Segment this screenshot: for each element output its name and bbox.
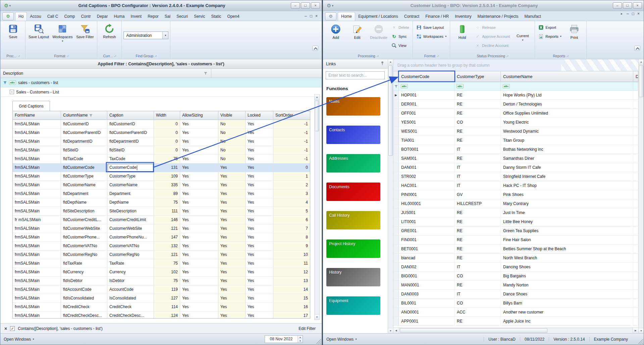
- grid-vertical-scrollbar[interactable]: ▲ ▼: [638, 59, 644, 333]
- tab-scroll-right-icon[interactable]: ▸: [620, 12, 624, 18]
- column-header-customertype[interactable]: CustomerType: [454, 71, 501, 82]
- function-tile-project-history[interactable]: Project History: [326, 239, 380, 258]
- table-row[interactable]: frmSALSMainfldTaxCodeTaxCode75YesNoYes-1: [13, 155, 310, 163]
- minimize-button[interactable]: –: [291, 2, 300, 9]
- close-button[interactable]: ×: [311, 2, 320, 9]
- table-row[interactable]: frmSALSMainfldIsDebtorIsDebtor75YesYesYe…: [13, 277, 310, 285]
- customer-row[interactable]: BET0001REBetties Summer Shop at the Beac…: [393, 245, 638, 254]
- edit-filter-button[interactable]: Edit Filter: [299, 326, 316, 331]
- filter-enabled-checkbox[interactable]: ✓: [10, 326, 15, 331]
- ribbon-tab-invent[interactable]: Invent: [127, 12, 145, 21]
- application-menu-button[interactable]: ⚙: [2, 12, 14, 20]
- customer-row[interactable]: STR002ITStringfield Internet Cafe: [393, 172, 638, 181]
- open-windows-button[interactable]: Open Windows ▾: [326, 337, 357, 342]
- column-header-locked[interactable]: Locked: [246, 111, 273, 120]
- table-row[interactable]: frmSALSMainfldCustomerWebSiteCustomerWeb…: [13, 224, 310, 233]
- save-layout-button[interactable]: Save Layout: [27, 22, 50, 53]
- customer-row[interactable]: APP0001REApple Juice Inc: [393, 317, 638, 326]
- mdi-close-icon[interactable]: ×: [637, 12, 640, 18]
- customer-row[interactable]: BIL0001COBillys Barn: [393, 299, 638, 308]
- ribbon-tab-servic[interactable]: Servic: [191, 12, 208, 21]
- table-row[interactable]: frmSALSMainfldCreditCheckCreditCheck114Y…: [13, 303, 310, 312]
- dialog-launcher-icon[interactable]: ◿: [155, 55, 156, 57]
- dialog-launcher-icon[interactable]: ◿: [114, 55, 116, 57]
- ribbon-tab-manufact[interactable]: Manufact: [522, 12, 544, 21]
- collapse-node-icon[interactable]: −: [10, 90, 14, 94]
- clear-filter-icon[interactable]: ×: [4, 326, 7, 331]
- table-row[interactable]: frmSALSMainfldSiteDescriptionSiteDescrip…: [13, 207, 310, 216]
- column-header-caption[interactable]: Caption: [107, 111, 154, 120]
- scroll-right-icon[interactable]: ▶: [633, 328, 638, 333]
- ribbon-tab-contract[interactable]: Contract: [401, 12, 422, 21]
- customer-row[interactable]: WES001REWestwood Dynamic: [393, 127, 638, 136]
- hold-button[interactable]: Hold: [452, 22, 473, 53]
- combobox-dropdown-icon[interactable]: ▾: [162, 32, 168, 39]
- customer-row[interactable]: FIN0001REFine Hair Salon: [393, 235, 638, 245]
- column-header-visible[interactable]: Visible: [218, 111, 246, 120]
- mdi-minimize-icon[interactable]: –: [627, 12, 629, 18]
- customer-row[interactable]: ▶HOP001REHope Works (Pty) Ltd: [393, 91, 638, 100]
- mdi-restore-icon[interactable]: □: [632, 12, 634, 18]
- filter-cell-customertype[interactable]: aBc: [454, 82, 501, 91]
- dialog-launcher-icon[interactable]: ◿: [377, 55, 378, 57]
- close-button[interactable]: ×: [633, 2, 642, 9]
- customer-row[interactable]: TIA001RETitan Group: [393, 136, 638, 145]
- column-header-allowsizing[interactable]: AllowSizing: [180, 111, 218, 120]
- date-spinner[interactable]: ▲▼: [298, 336, 303, 343]
- ribbon-tab-depar[interactable]: Depar: [94, 12, 111, 21]
- function-tile-history[interactable]: History: [326, 268, 380, 286]
- scroll-up-icon[interactable]: ▲: [315, 94, 319, 100]
- filter-cell-d[interactable]: [633, 82, 638, 91]
- table-row[interactable]: frmSALSMainfldCurrencyCurrency102YesYesY…: [13, 268, 310, 277]
- mdi-restore-icon[interactable]: □: [310, 14, 312, 18]
- ribbon-tab-home[interactable]: Home: [338, 12, 355, 21]
- group-by-panel[interactable]: Drag a column header here to group by th…: [393, 59, 638, 71]
- application-menu-button[interactable]: ⚙: [325, 12, 336, 20]
- text-filter-type-icon[interactable]: aBc: [401, 84, 408, 88]
- ribbon-tab-open4[interactable]: Open4: [224, 12, 243, 21]
- export-button[interactable]: Export: [537, 24, 563, 31]
- table-row[interactable]: frmSALSMainfldCustomerRegNoCustomerRegNo…: [13, 251, 310, 259]
- function-tile-equipment[interactable]: Equipment: [326, 296, 380, 315]
- column-header-customername[interactable]: CustomerName: [501, 71, 633, 82]
- column-header-sortorder[interactable]: SortOrder: [273, 111, 310, 120]
- ribbon-tab-repor[interactable]: Repor: [145, 12, 162, 21]
- ribbon-tab-huma[interactable]: Huma: [111, 12, 127, 21]
- column-header-columnname[interactable]: ColumnName: [61, 111, 107, 120]
- ribbon-tab-equipment-locations[interactable]: Equipment / Locations: [355, 12, 401, 21]
- column-header-width[interactable]: Width: [154, 111, 180, 120]
- maximize-button[interactable]: □: [623, 2, 632, 9]
- mdi-close-icon[interactable]: ×: [315, 14, 318, 18]
- resize-grip[interactable]: [316, 339, 321, 344]
- ribbon-tab-accou[interactable]: Accou: [27, 12, 44, 21]
- table-vertical-scrollbar[interactable]: ▲ ▼: [314, 94, 320, 320]
- links-search-input[interactable]: [326, 71, 385, 79]
- customer-row[interactable]: OFF001REOffice Supplies Unlimited: [393, 109, 638, 118]
- ribbon-collapse-icon[interactable]: [634, 46, 640, 51]
- table-row[interactable]: frmSALSMainfldAccountCodeAccountCode119Y…: [13, 285, 310, 294]
- customer-row[interactable]: GRE001REGreen Tea Supplies: [393, 226, 638, 235]
- deactivate-button[interactable]: Deactivate: [368, 22, 389, 53]
- function-tile-documents[interactable]: Documents: [326, 183, 380, 201]
- customer-row[interactable]: HAC001ITHack PC - IT Shop: [393, 181, 638, 190]
- edit-button[interactable]: Edit: [347, 22, 368, 53]
- description-column-header[interactable]: Description: [0, 69, 322, 78]
- customer-row[interactable]: LIT0001RELittle Bee Honey: [393, 217, 638, 226]
- scroll-up-icon[interactable]: ▲: [388, 59, 393, 65]
- table-row[interactable]: frmSALSMainfldCustomerPhone...CustomerPh…: [13, 233, 310, 242]
- refresh-button[interactable]: Refresh: [99, 22, 120, 53]
- customer-row[interactable]: DAN002ITDancing Shoes: [393, 263, 638, 272]
- customer-row[interactable]: DER001REDerton / Technologies: [393, 100, 638, 109]
- dialog-launcher-icon[interactable]: ◿: [567, 55, 568, 57]
- view-button[interactable]: View: [390, 42, 411, 49]
- print-button[interactable]: Print: [564, 22, 585, 53]
- quick-access-dropdown-icon[interactable]: ▾: [9, 4, 11, 7]
- open-windows-button[interactable]: Open Windows ▾: [4, 337, 34, 342]
- ribbon-tab-inventory[interactable]: Inventory: [452, 12, 474, 21]
- filter-cell-customername[interactable]: aBc: [501, 82, 633, 91]
- decline-account-button[interactable]: ×Decline Account: [473, 42, 512, 49]
- dialog-launcher-icon[interactable]: ◿: [67, 55, 68, 57]
- scroll-down-icon[interactable]: ▼: [639, 328, 644, 333]
- grid-captions-tab[interactable]: Grid Captions: [12, 101, 50, 111]
- delete-button[interactable]: ×Delete: [390, 24, 411, 31]
